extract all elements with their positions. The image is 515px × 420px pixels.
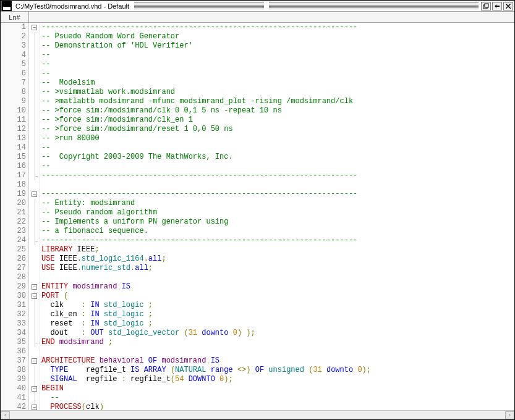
code-area[interactable]: ----------------------------------------… <box>40 23 514 410</box>
code-line[interactable] <box>41 273 514 282</box>
token: . <box>144 254 148 263</box>
token: ; <box>148 310 153 319</box>
horizontal-scrollbar[interactable]: ‹ › <box>1 410 514 419</box>
line-number: 18 <box>1 180 26 190</box>
code-line[interactable]: END modsimrand ; <box>41 338 514 347</box>
token: ) <box>237 329 242 337</box>
token: ; <box>229 375 233 384</box>
code-line[interactable] <box>41 347 514 356</box>
code-line[interactable]: ENTITY modsimrand IS <box>41 282 514 292</box>
code-line[interactable]: TYPE regfile_t IS ARRAY (NATURAL range <… <box>41 366 514 375</box>
undock-button[interactable] <box>481 2 491 10</box>
code-line[interactable]: -- <box>41 143 514 153</box>
code-line[interactable]: -- Pseudo random algorithm <box>41 208 514 217</box>
code-line[interactable]: -- <box>41 60 514 69</box>
fold-marker <box>29 171 40 180</box>
code-line[interactable]: BEGIN <box>41 384 514 393</box>
code-line[interactable]: -- <box>41 162 514 171</box>
code-line[interactable]: clk_en : IN std_logic ; <box>41 310 514 319</box>
code-line[interactable]: PROCESS(clk) <box>41 403 514 410</box>
fold-marker[interactable]: − <box>29 356 40 366</box>
fold-marker <box>29 347 40 356</box>
code-line[interactable]: ----------------------------------------… <box>41 23 514 32</box>
token: ; <box>367 366 371 374</box>
line-number: 12 <box>1 125 26 134</box>
fold-marker[interactable]: − <box>29 403 40 410</box>
code-line[interactable]: -- >matlabtb modsimrand -mfunc modsimran… <box>41 97 514 106</box>
code-line[interactable]: ----------------------------------------… <box>41 190 514 199</box>
code-line[interactable]: -- Entity: modsimrand <box>41 199 514 208</box>
line-number: 29 <box>1 282 26 292</box>
maximize-button[interactable] <box>492 2 502 10</box>
token: -- <box>41 51 50 59</box>
fold-toggle-icon[interactable]: − <box>32 25 37 30</box>
fold-toggle-icon[interactable]: − <box>32 284 37 290</box>
scroll-left-button[interactable]: ‹ <box>1 411 10 419</box>
fold-toggle-icon[interactable]: − <box>32 293 37 299</box>
code-line[interactable]: -- Implements a uniform PN generator usi… <box>41 217 514 227</box>
code-line[interactable] <box>41 180 514 190</box>
code-line[interactable]: ----------------------------------------… <box>41 236 514 245</box>
line-number: 10 <box>1 106 26 116</box>
fold-marker <box>29 301 40 310</box>
fold-toggle-icon[interactable]: − <box>32 405 37 410</box>
fold-marker[interactable]: − <box>29 190 40 199</box>
fold-marker <box>29 254 40 264</box>
fold-marker <box>29 88 40 97</box>
code-line[interactable]: USE IEEE.std_logic_1164.all; <box>41 254 514 264</box>
code-line[interactable]: -- >force sim:/modsimrand/clk 0 0,1 5 ns… <box>41 106 514 116</box>
fold-toggle-icon[interactable]: − <box>32 191 37 197</box>
code-line[interactable]: -- >force sim:/modsimrand/reset 1 0,0 50… <box>41 125 514 134</box>
code-line[interactable]: LIBRARY IEEE; <box>41 245 514 254</box>
token: IN <box>90 310 99 319</box>
fold-marker[interactable]: − <box>29 282 40 292</box>
code-editor[interactable]: 1234567891011121314151617181920212223242… <box>1 23 514 410</box>
code-line[interactable]: reset : IN std_logic ; <box>41 319 514 329</box>
code-line[interactable]: ARCHITECTURE behavioral OF modsimrand IS <box>41 356 514 366</box>
token: ARCHITECTURE <box>41 356 95 365</box>
line-number: 4 <box>1 51 26 60</box>
code-line[interactable]: -- >run 80000 <box>41 134 514 143</box>
token <box>144 319 148 328</box>
fold-marker[interactable]: − <box>29 23 40 32</box>
token: -- <box>41 60 50 69</box>
code-line[interactable]: SIGNAL regfile : regfile_t(54 DOWNTO 0); <box>41 375 514 384</box>
token: ) <box>224 375 228 384</box>
fold-marker <box>29 116 40 125</box>
code-line[interactable]: -- <box>41 51 514 60</box>
titlebar-grip[interactable] <box>269 2 479 10</box>
code-line[interactable]: -- Demonstration of 'HDL Verifier' <box>41 41 514 51</box>
token <box>144 356 148 365</box>
code-line[interactable]: clk : IN std_logic ; <box>41 301 514 310</box>
code-line[interactable]: -- a fibonacci sequence. <box>41 227 514 236</box>
fold-marker <box>29 208 40 217</box>
code-line[interactable]: ----------------------------------------… <box>41 171 514 180</box>
code-line[interactable]: -- Copyright 2003-2009 The MathWorks, In… <box>41 153 514 162</box>
code-line[interactable]: -- >force sim:/modsimrand/clk_en 1 <box>41 116 514 125</box>
token: : <box>82 310 86 319</box>
fold-marker <box>29 134 40 143</box>
fold-toggle-icon[interactable]: − <box>32 386 37 392</box>
token: 54 <box>175 375 184 384</box>
scroll-right-button[interactable]: › <box>505 411 514 419</box>
fold-toggle-icon[interactable]: − <box>32 358 37 364</box>
code-line[interactable]: -- >vsimmatlab work.modsimrand <box>41 88 514 97</box>
line-number: 15 <box>1 153 26 162</box>
code-line[interactable]: -- <box>41 393 514 403</box>
fold-marker[interactable]: − <box>29 384 40 393</box>
titlebar-grip[interactable] <box>134 2 264 10</box>
code-line[interactable]: PORT ( <box>41 292 514 301</box>
code-line[interactable]: -- Psuedo Random Word Generator <box>41 32 514 41</box>
token: IEEE <box>55 254 77 263</box>
fold-column[interactable]: −−−−−−− <box>29 23 40 410</box>
token: all <box>148 254 162 263</box>
code-line[interactable]: USE IEEE.numeric_std.all; <box>41 264 514 273</box>
token <box>59 292 64 300</box>
code-line[interactable]: -- <box>41 69 514 78</box>
code-line[interactable]: -- Modelsim <box>41 78 514 88</box>
code-line[interactable]: dout : OUT std_logic_vector (31 downto 0… <box>41 329 514 338</box>
scroll-track[interactable] <box>10 411 505 419</box>
token <box>166 366 171 374</box>
fold-marker[interactable]: − <box>29 292 40 301</box>
close-button[interactable] <box>503 2 513 10</box>
